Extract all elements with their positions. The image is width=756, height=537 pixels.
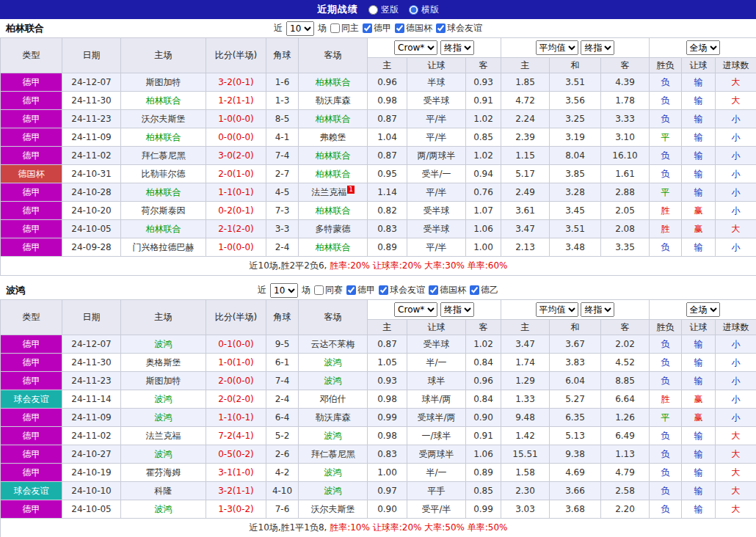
asia-handicap: 平/半 <box>407 128 466 147</box>
league-checkbox[interactable] <box>379 285 388 295</box>
away-team-cell[interactable]: 多特蒙德 <box>299 220 368 238</box>
same-scope-filter[interactable]: 同赛 <box>314 284 343 296</box>
match-row: 德甲24-11-23沃尔夫斯堡1-0(0-0)8-5柏林联合0.87平/半1.0… <box>1 110 756 128</box>
away-team-cell[interactable]: 波鸿 <box>299 427 368 445</box>
wdl-result: 平 <box>650 128 682 147</box>
home-team-cell[interactable]: 波鸿 <box>121 390 206 409</box>
away-team-cell[interactable]: 沃尔夫斯堡 <box>299 500 368 519</box>
away-team-cell[interactable]: 波鸿 <box>299 482 368 500</box>
home-team-cell[interactable]: 科隆 <box>121 482 206 500</box>
away-team-cell[interactable]: 波鸿 <box>299 372 368 390</box>
date-cell: 24-11-09 <box>62 128 121 147</box>
page-title: 近期战绩 <box>317 3 358 16</box>
league-filter[interactable]: 德国杯 <box>395 22 432 34</box>
home-team-cell[interactable]: 柏林联合 <box>121 128 206 147</box>
euro-draw-odds: 8.04 <box>550 147 601 165</box>
date-cell: 24-10-19 <box>62 464 121 482</box>
away-team-cell[interactable]: 法兰克福1 <box>299 183 368 202</box>
league-cell: 球会友谊 <box>1 390 62 409</box>
col-date: 日期 <box>62 38 121 73</box>
handicap-result: 输 <box>682 128 716 147</box>
euro-away-odds: 2.05 <box>601 202 650 220</box>
asia-home-odds: 0.97 <box>368 482 407 500</box>
same-scope-filter[interactable]: 同主 <box>330 22 359 34</box>
league-filter[interactable]: 德甲 <box>346 284 375 296</box>
away-team-cell[interactable]: 勒沃库森 <box>299 409 368 427</box>
away-team-cell[interactable]: 柏林联合 <box>299 165 368 183</box>
asia-company-select[interactable]: Crow* <box>394 302 437 317</box>
col-handicap-result: 让球 <box>682 320 716 335</box>
away-team-cell[interactable]: 弗赖堡 <box>299 128 368 147</box>
home-team-cell[interactable]: 荷尔斯泰因 <box>121 202 206 220</box>
league-checkbox[interactable] <box>436 23 446 33</box>
home-team-cell[interactable]: 斯图加特 <box>121 73 206 92</box>
asia-handicap: 受平/半 <box>407 500 466 519</box>
date-cell: 24-10-27 <box>62 445 121 464</box>
away-team-cell[interactable]: 柏林联合 <box>299 147 368 165</box>
league-checkbox[interactable] <box>346 285 356 295</box>
euro-company-select[interactable]: 平均值 <box>536 40 578 55</box>
league-checkbox[interactable] <box>395 23 404 33</box>
home-team-cell[interactable]: 霍芬海姆 <box>121 464 206 482</box>
away-team-cell[interactable]: 波鸿 <box>299 464 368 482</box>
result-scope-select[interactable]: 全场 <box>686 302 720 317</box>
asia-time-select[interactable]: 终指 <box>440 302 474 317</box>
league-filter[interactable]: 德国杯 <box>429 284 466 296</box>
league-filter[interactable]: 德乙 <box>470 284 498 296</box>
league-filter[interactable]: 球会友谊 <box>436 22 482 34</box>
league-label: 德国杯 <box>440 284 466 296</box>
asia-time-select[interactable]: 终指 <box>440 40 474 55</box>
euro-away-odds: 2.08 <box>601 220 650 238</box>
league-checkbox[interactable] <box>470 285 479 295</box>
layout-option-horizontal[interactable]: 横版 <box>409 4 439 16</box>
euro-time-select[interactable]: 终指 <box>581 40 614 55</box>
home-team-cell[interactable]: 柏林联合 <box>121 220 206 238</box>
away-team-cell[interactable]: 柏林联合 <box>299 110 368 128</box>
away-team-cell[interactable]: 拜仁慕尼黑 <box>299 445 368 464</box>
home-team-cell[interactable]: 门兴格拉德巴赫 <box>121 238 206 257</box>
home-team-cell[interactable]: 柏林联合 <box>121 183 206 202</box>
away-team-cell[interactable]: 柏林联合 <box>299 73 368 92</box>
league-filter[interactable]: 球会友谊 <box>379 284 425 296</box>
home-team-cell[interactable]: 波鸿 <box>121 335 206 354</box>
home-team-cell[interactable]: 拜仁慕尼黑 <box>121 147 206 165</box>
away-team-cell[interactable]: 云达不莱梅 <box>299 335 368 354</box>
euro-time-select[interactable]: 终指 <box>581 302 614 317</box>
euro-company-select[interactable]: 平均值 <box>536 302 578 317</box>
league-checkbox[interactable] <box>429 285 438 295</box>
asia-away-odds: 1.06 <box>466 220 501 238</box>
wdl-result: 负 <box>650 427 682 445</box>
home-team-cell[interactable]: 沃尔夫斯堡 <box>121 110 206 128</box>
same-scope-checkbox[interactable] <box>314 285 324 295</box>
same-scope-checkbox[interactable] <box>330 23 340 33</box>
home-team-cell[interactable]: 波鸿 <box>121 445 206 464</box>
home-team-cell[interactable]: 柏林联合 <box>121 92 206 110</box>
home-team-cell[interactable]: 斯图加特 <box>121 372 206 390</box>
match-count-select[interactable]: 10 <box>286 21 314 36</box>
asia-handicap: 两/两球半 <box>407 147 466 165</box>
home-team-cell[interactable]: 波鸿 <box>121 500 206 519</box>
euro-draw-odds: 3.66 <box>550 482 601 500</box>
home-team-cell[interactable]: 奥格斯堡 <box>121 354 206 372</box>
home-team-cell[interactable]: 法兰克福 <box>121 427 206 445</box>
asia-company-select[interactable]: Crow* <box>394 40 437 55</box>
horizontal-radio[interactable] <box>409 5 418 15</box>
home-team-cell[interactable]: 比勒菲尔德 <box>121 165 206 183</box>
league-cell: 德甲 <box>1 500 62 519</box>
date-cell: 24-10-31 <box>62 165 121 183</box>
euro-home-odds: 15.51 <box>501 445 550 464</box>
league-filter[interactable]: 德甲 <box>363 22 391 34</box>
layout-option-vertical[interactable]: 竖版 <box>368 4 399 16</box>
away-team-cell[interactable]: 邓伯什 <box>299 390 368 409</box>
result-scope-select[interactable]: 全场 <box>686 40 720 55</box>
away-team-cell[interactable]: 波鸿 <box>299 354 368 372</box>
away-team-cell[interactable]: 柏林联合 <box>299 238 368 257</box>
league-checkbox[interactable] <box>363 23 372 33</box>
away-team-cell[interactable]: 勒沃库森 <box>299 92 368 110</box>
home-team-cell[interactable]: 波鸿 <box>121 409 206 427</box>
filter-row: 波鸿 近 10 场 同赛 德甲球会友谊德国杯德乙 <box>0 281 756 299</box>
vertical-radio[interactable] <box>368 5 378 15</box>
match-count-select[interactable]: 10 <box>270 283 298 298</box>
away-team-cell[interactable]: 柏林联合 <box>299 202 368 220</box>
col-type: 类型 <box>1 300 62 335</box>
